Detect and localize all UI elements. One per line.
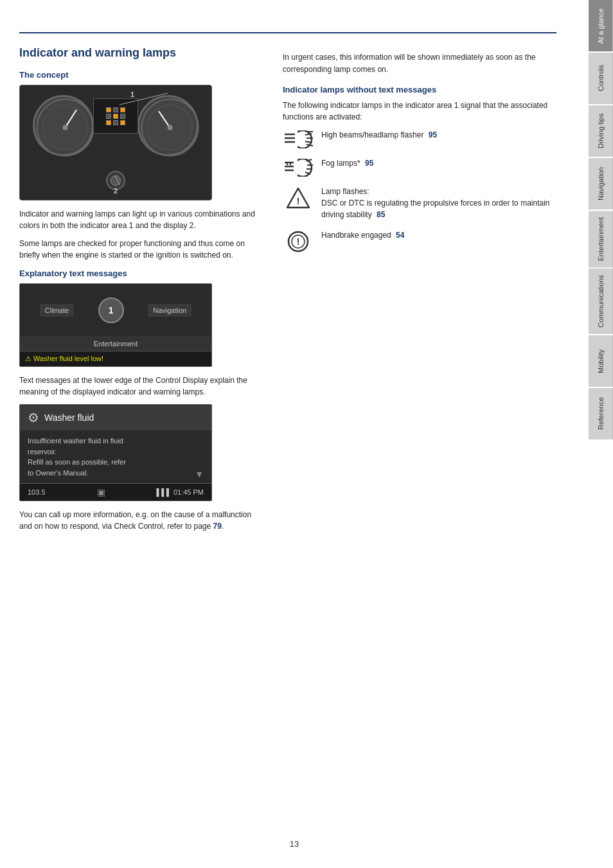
svg-line-19 bbox=[306, 145, 313, 146]
display-entertainment-tab: Entertainment bbox=[94, 340, 138, 348]
svg-line-2 bbox=[66, 110, 77, 128]
disc-icon: ▣ bbox=[97, 487, 105, 497]
dsc-page-ref[interactable]: 85 bbox=[377, 210, 385, 219]
svg-text:!: ! bbox=[297, 196, 300, 206]
svg-point-3 bbox=[63, 125, 68, 130]
highbeam-text: High beams/headlamp flasher 95 bbox=[321, 129, 556, 141]
tab-communications[interactable]: Communications bbox=[589, 269, 613, 334]
washer-footer-left: 103.5 bbox=[28, 488, 46, 496]
sidebar-tabs: At a glance Controls Driving tips Naviga… bbox=[589, 0, 613, 868]
dsc-text: Lamp flashes: DSC or DTC is regulating t… bbox=[321, 186, 556, 220]
speedo-right bbox=[138, 95, 199, 156]
content-columns: Indicator and warning lamps The concept bbox=[19, 46, 556, 538]
washer-footer: 103.5 ▣ ▌▌▌ 01:45 PM bbox=[20, 483, 211, 500]
page-container: Indicator and warning lamps The concept bbox=[0, 0, 613, 868]
control-display-image: Climate 1 Navigation Entertainment ⚠ Was… bbox=[19, 283, 212, 367]
main-content: Indicator and warning lamps The concept bbox=[0, 0, 589, 868]
page-ref-79[interactable]: 79 bbox=[213, 522, 222, 531]
speedo-left bbox=[33, 95, 94, 156]
indicator-item-highbeam: High beams/headlamp flasher 95 bbox=[283, 129, 556, 148]
tab-reference[interactable]: Reference bbox=[589, 388, 613, 439]
scroll-indicator: ▼ bbox=[195, 468, 204, 481]
washer-fluid-display: ⚙ Washer fluid Insufficient washer fluid… bbox=[19, 404, 212, 501]
left-column: Indicator and warning lamps The concept bbox=[19, 46, 263, 538]
svg-point-7 bbox=[168, 125, 173, 130]
indicator-desc: The following indicator lamps in the ind… bbox=[283, 100, 556, 123]
tab-entertainment[interactable]: Entertainment bbox=[589, 211, 613, 267]
body-text-3: Text messages at the lower edge of the C… bbox=[19, 375, 263, 398]
indicator-item-handbrake: ! Handbrake engaged 54 bbox=[283, 229, 556, 252]
indicator-heading: Indicator lamps without text messages bbox=[283, 85, 556, 94]
fog-text: Fog lamps* 95 bbox=[321, 157, 556, 169]
fog-icon bbox=[283, 159, 313, 177]
concept-heading: The concept bbox=[19, 70, 263, 80]
svg-rect-26 bbox=[298, 159, 313, 177]
display-climate-tab: Climate bbox=[40, 304, 74, 317]
display-top: Climate 1 Navigation bbox=[20, 284, 211, 336]
handbrake-page-ref[interactable]: 54 bbox=[396, 231, 404, 240]
main-heading: Indicator and warning lamps bbox=[19, 46, 263, 60]
handbrake-text: Handbrake engaged 54 bbox=[321, 229, 556, 241]
display-warning-text: ⚠ Washer fluid level low! bbox=[25, 355, 206, 363]
handbrake-icon-box: ! bbox=[283, 229, 314, 252]
indicator-item-dsc: ! Lamp flashes: DSC or DTC is regulating… bbox=[283, 186, 556, 220]
dsc-triangle-icon: ! bbox=[286, 187, 310, 209]
display-warning-bar: ⚠ Washer fluid level low! bbox=[20, 351, 211, 366]
cluster-label-2: 2 bbox=[114, 187, 118, 195]
washer-body: Insufficient washer fluid in fluid reser… bbox=[20, 430, 211, 483]
explanatory-heading: Explanatory text messages bbox=[19, 269, 263, 278]
highbeam-icon bbox=[283, 130, 313, 148]
highbeam-icon-box bbox=[283, 129, 314, 148]
tab-at-a-glance[interactable]: At a glance bbox=[589, 0, 613, 51]
body-text-2: Some lamps are checked for proper functi… bbox=[19, 238, 263, 261]
svg-text:!: ! bbox=[297, 236, 300, 247]
page-number: 13 bbox=[290, 839, 299, 849]
right-column: In urgent cases, this information will b… bbox=[283, 46, 556, 538]
washer-footer-signal: ▌▌▌ 01:45 PM bbox=[156, 488, 204, 496]
tab-controls[interactable]: Controls bbox=[589, 53, 613, 104]
display-center-btn: 1 bbox=[98, 297, 124, 323]
center-display bbox=[93, 98, 138, 134]
display-navigation-tab: Navigation bbox=[148, 304, 191, 317]
indicator-item-fog: Fog lamps* 95 bbox=[283, 157, 556, 177]
fog-page-ref[interactable]: 95 bbox=[365, 159, 373, 168]
tab-driving-tips[interactable]: Driving tips bbox=[589, 105, 613, 157]
highbeam-page-ref[interactable]: 95 bbox=[429, 130, 437, 139]
dsc-icon-box: ! bbox=[283, 186, 314, 209]
washer-header: ⚙ Washer fluid bbox=[20, 405, 211, 430]
body-text-4: You can call up more information, e.g. o… bbox=[19, 509, 263, 532]
washer-title: Washer fluid bbox=[44, 412, 94, 423]
instrument-cluster-image: 1 2 bbox=[19, 85, 212, 200]
body-text-1: Indicator and warning lamps can light up… bbox=[19, 208, 263, 231]
fog-icon-box bbox=[283, 157, 314, 177]
washer-icon: ⚙ bbox=[28, 410, 39, 425]
svg-line-6 bbox=[159, 111, 170, 128]
right-top-text: In urgent cases, this information will b… bbox=[283, 46, 556, 76]
tab-mobility[interactable]: Mobility bbox=[589, 335, 613, 387]
svg-point-13 bbox=[294, 130, 312, 148]
top-divider bbox=[19, 32, 556, 33]
handbrake-circle-icon: ! bbox=[287, 231, 309, 252]
tab-navigation[interactable]: Navigation bbox=[589, 158, 613, 209]
cluster-label-1: 1 bbox=[130, 91, 134, 98]
